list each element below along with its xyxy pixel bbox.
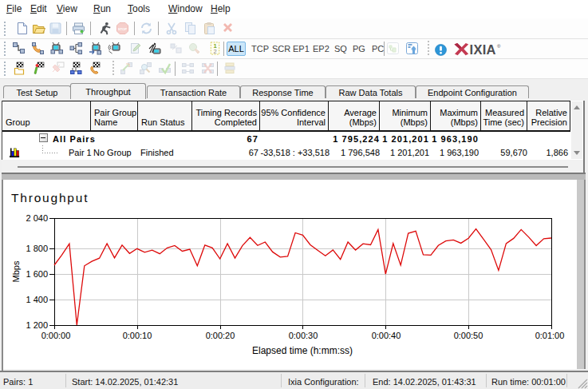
- svg-text:IXIA: IXIA: [470, 43, 496, 56]
- svg-text:0:01:00: 0:01:00: [535, 331, 565, 340]
- svg-text:0:00:30: 0:00:30: [289, 331, 318, 340]
- svg-text:0:00:00: 0:00:00: [41, 331, 71, 340]
- svg-text:®: ®: [497, 44, 501, 49]
- svg-text:2: 2: [213, 48, 216, 55]
- svg-text:STOP: STOP: [118, 27, 128, 31]
- svg-text:1 400: 1 400: [26, 295, 48, 304]
- svg-text:1 600: 1 600: [26, 269, 48, 279]
- svg-text:2 040: 2 040: [26, 213, 48, 223]
- svg-text:1 800: 1 800: [26, 244, 48, 253]
- svg-text:0:00:10: 0:00:10: [123, 331, 152, 340]
- svg-text:Mbps: Mbps: [11, 260, 21, 282]
- svg-text:0:00:50: 0:00:50: [454, 331, 483, 340]
- svg-text:0:00:20: 0:00:20: [206, 331, 235, 340]
- svg-text:Throughput: Throughput: [11, 191, 89, 204]
- svg-text:1 200: 1 200: [26, 320, 48, 330]
- svg-text:Elapsed time (h:mm:ss): Elapsed time (h:mm:ss): [252, 345, 353, 356]
- svg-text:0:00:40: 0:00:40: [372, 331, 401, 340]
